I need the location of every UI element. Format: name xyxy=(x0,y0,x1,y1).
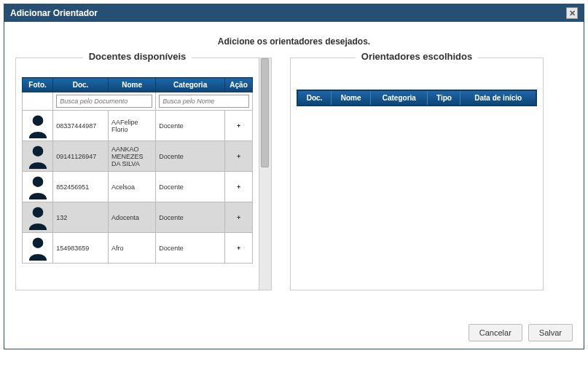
categoria-cell: Docente xyxy=(156,233,225,264)
chosen-col-doc: Doc. xyxy=(297,90,332,106)
save-button[interactable]: Salvar xyxy=(528,324,573,341)
chosen-col-categoria: Categoria xyxy=(371,90,428,106)
available-scrollbar[interactable] xyxy=(259,58,272,290)
available-panel-wrap: Docentes disponíveis xyxy=(15,58,272,315)
doc-cell: 08337444987 xyxy=(53,111,109,141)
dialog-add-orientador: Adicionar Orientador ✕ Adicione os orien… xyxy=(4,4,584,349)
table-row: 09141126947AANKAO MENEZES DA SILVADocent… xyxy=(23,141,253,172)
col-acao-header: Ação xyxy=(225,78,253,92)
nome-cell: AAFelipe Florio xyxy=(108,111,155,141)
chosen-col-nome: Nome xyxy=(332,90,371,106)
chosen-table: Doc. Nome Categoria Tipo Data de início xyxy=(297,90,537,106)
chosen-panel-title: Orientadores escolhidos xyxy=(356,51,478,62)
chosen-col-data-inicio: Data de início xyxy=(460,90,536,106)
nome-cell: Acelsoa xyxy=(108,172,155,202)
photo-cell xyxy=(23,233,53,264)
table-row: 154983659AfroDocente+ xyxy=(23,233,253,264)
dialog-footer: Cancelar Salvar xyxy=(15,315,573,341)
chosen-table-header: Doc. Nome Categoria Tipo Data de início xyxy=(297,90,536,106)
nome-cell: AANKAO MENEZES DA SILVA xyxy=(108,141,155,172)
search-doc-cell xyxy=(53,92,156,111)
doc-cell: 132 xyxy=(53,202,109,233)
dialog-body: Adicione os orientadores desejados. Doce… xyxy=(4,22,584,349)
available-panel: Docentes disponíveis xyxy=(15,58,259,290)
add-button[interactable]: + xyxy=(225,233,253,264)
avatar-icon xyxy=(27,236,49,261)
search-doc-input[interactable] xyxy=(56,95,152,108)
avatar-icon xyxy=(27,205,49,230)
chosen-panel: Orientadores escolhidos Doc. Nome Catego… xyxy=(290,58,544,290)
avatar-icon xyxy=(27,114,49,138)
categoria-cell: Docente xyxy=(156,172,225,202)
table-row: 852456951AcelsoaDocente+ xyxy=(23,172,253,202)
categoria-cell: Docente xyxy=(156,202,225,233)
photo-cell xyxy=(23,172,53,202)
close-icon[interactable]: ✕ xyxy=(566,7,578,19)
add-button[interactable]: + xyxy=(225,202,253,233)
search-row xyxy=(23,92,253,111)
search-nome-input[interactable] xyxy=(159,95,249,108)
search-nome-cell xyxy=(156,92,253,111)
categoria-cell: Docente xyxy=(156,141,225,172)
categoria-cell: Docente xyxy=(156,111,225,141)
nome-cell: Adocenta xyxy=(108,202,155,233)
chosen-panel-wrap: Orientadores escolhidos Doc. Nome Catego… xyxy=(290,58,573,315)
available-table: Foto. Doc. Nome Categoria Ação 083374449… xyxy=(22,77,253,264)
avatar-icon xyxy=(27,175,49,199)
nome-cell: Afro xyxy=(108,233,155,264)
available-table-header: Foto. Doc. Nome Categoria Ação xyxy=(23,78,253,92)
photo-cell xyxy=(23,202,53,233)
dialog-title: Adicionar Orientador xyxy=(10,8,98,18)
svg-point-0 xyxy=(32,115,43,126)
available-table-body: 08337444987AAFelipe FlorioDocente+091411… xyxy=(23,111,253,264)
svg-point-2 xyxy=(32,176,43,187)
add-button[interactable]: + xyxy=(225,172,253,202)
doc-cell: 852456951 xyxy=(53,172,109,202)
search-blank-cell xyxy=(23,92,53,111)
available-panel-title: Docentes disponíveis xyxy=(83,51,192,62)
add-button[interactable]: + xyxy=(225,111,253,141)
svg-point-3 xyxy=(32,207,43,218)
svg-point-1 xyxy=(32,146,43,157)
svg-point-4 xyxy=(32,237,43,248)
photo-cell xyxy=(23,141,53,172)
col-foto-header: Foto. xyxy=(23,78,53,92)
scroll-thumb[interactable] xyxy=(261,58,269,167)
dialog-titlebar: Adicionar Orientador ✕ xyxy=(4,4,584,22)
add-button[interactable]: + xyxy=(225,141,253,172)
chosen-col-tipo: Tipo xyxy=(428,90,460,106)
doc-cell: 154983659 xyxy=(53,233,109,264)
col-categoria-header: Categoria xyxy=(156,78,225,92)
col-nome-header: Nome xyxy=(108,78,155,92)
cancel-button[interactable]: Cancelar xyxy=(469,324,522,341)
avatar-icon xyxy=(27,144,49,169)
table-row: 08337444987AAFelipe FlorioDocente+ xyxy=(23,111,253,141)
col-doc-header: Doc. xyxy=(53,78,109,92)
table-row: 132AdocentaDocente+ xyxy=(23,202,253,233)
photo-cell xyxy=(23,111,53,141)
panels-container: Docentes disponíveis xyxy=(15,58,573,315)
doc-cell: 09141126947 xyxy=(53,141,109,172)
